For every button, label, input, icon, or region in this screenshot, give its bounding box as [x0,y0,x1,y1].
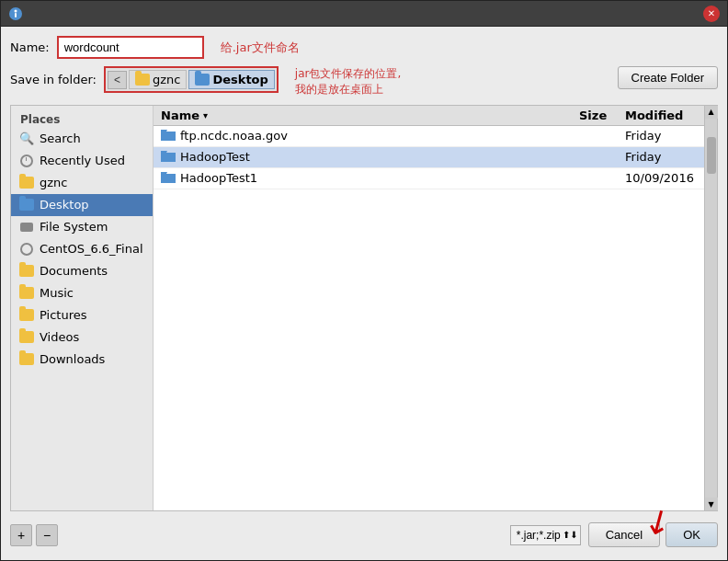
file-system-icon [18,219,35,235]
file-name-cell: HadoopTest [154,150,575,165]
sidebar-item-pictures[interactable]: Pictures [11,304,153,326]
file-folder-icon [161,171,176,186]
file-folder-icon [161,150,176,165]
name-sort-icon: ▾ [203,110,208,120]
gznc-icon [18,175,35,191]
sidebar-downloads-label: Downloads [40,352,105,366]
save-annotation: jar包文件保存的位置, 我的是放在桌面上 [295,66,401,97]
sidebar-item-search[interactable]: 🔍 Search [11,128,153,150]
bottom-left-actions: + − [10,524,58,546]
downloads-icon [18,351,35,368]
breadcrumb-gznc-label: gznc [153,73,180,86]
breadcrumb-gznc[interactable]: gznc [129,70,187,89]
sidebar-item-file-system[interactable]: File System [11,216,153,238]
ok-button[interactable]: OK [665,522,718,547]
file-list: Name ▾ Size Modified [154,106,704,510]
scroll-up-arrow[interactable]: ▲ [705,106,718,119]
sidebar-item-recently-used[interactable]: Recently Used [11,150,153,172]
filter-wrapper: *.jar;*.zip ⬆⬇ [510,525,581,545]
file-name-cell: ftp.ncdc.noaa.gov [154,129,575,143]
create-folder-button[interactable]: Create Folder [618,66,718,89]
sidebar-item-videos[interactable]: Videos [11,326,153,349]
filter-select[interactable]: *.jar;*.zip [510,525,581,545]
scroll-down-arrow[interactable]: ▼ [705,498,718,510]
sidebar-recently-used-label: Recently Used [40,154,125,167]
documents-icon [18,263,35,280]
table-row[interactable]: HadoopTest Friday [154,147,704,168]
file-folder-icon [161,129,176,143]
gznc-folder-icon [135,74,150,86]
column-modified[interactable]: Modified [621,109,704,122]
file-list-header: Name ▾ Size Modified [154,106,704,126]
sidebar-gznc-label: gznc [40,176,67,189]
action-buttons: Cancel OK [588,522,718,547]
sidebar-videos-label: Videos [40,330,79,344]
column-size[interactable]: Size [575,109,621,122]
svg-rect-2 [15,13,17,17]
breadcrumb-desktop-label: Desktop [212,73,267,86]
save-dialog: ✕ Name: 给.jar文件命名 Save in folder: < gznc [0,0,728,561]
title-icon [8,6,23,21]
sidebar-item-centos[interactable]: CentOS_6.6_Final [11,238,153,260]
videos-icon [18,329,35,346]
column-name[interactable]: Name ▾ [154,109,575,122]
title-bar: ✕ [1,1,727,27]
close-button[interactable]: ✕ [703,6,720,22]
breadcrumb-desktop[interactable]: Desktop [188,70,274,89]
table-row[interactable]: ftp.ncdc.noaa.gov Friday [154,126,704,147]
name-annotation: 给.jar文件命名 [221,40,300,56]
sidebar-section-label: Places [11,109,153,128]
sidebar-pictures-label: Pictures [40,308,86,322]
bottom-area: + − *.jar;*.zip ⬆⬇ Cancel OK [10,519,718,551]
save-label: Save in folder: [10,73,97,86]
add-location-button[interactable]: + [10,524,32,546]
sidebar-item-downloads[interactable]: Downloads [11,349,153,371]
recently-used-icon [18,153,35,169]
main-area: Places 🔍 Search Recently Used gznc [10,105,718,511]
svg-point-1 [15,9,17,12]
search-icon: 🔍 [18,131,35,147]
sidebar-item-documents[interactable]: Documents [11,260,153,282]
name-row: Name: 给.jar文件命名 [10,36,718,59]
sidebar-centos-label: CentOS_6.6_Final [40,242,143,256]
dialog-body: Name: 给.jar文件命名 Save in folder: < gznc D… [1,27,727,560]
centos-icon [18,241,35,258]
sidebar: Places 🔍 Search Recently Used gznc [11,106,154,510]
cancel-button[interactable]: Cancel [588,522,660,547]
file-modified-cell: 10/09/2016 [621,171,704,185]
file-modified-cell: Friday [621,129,704,143]
sidebar-music-label: Music [40,286,74,300]
bottom-toolbar: + − *.jar;*.zip ⬆⬇ Cancel OK [10,519,718,551]
sidebar-desktop-label: Desktop [40,198,89,212]
sidebar-item-gznc[interactable]: gznc [11,172,153,194]
remove-location-button[interactable]: − [36,524,58,546]
file-name-cell: HadoopTest1 [154,171,575,186]
name-label: Name: [10,40,50,54]
bottom-right-actions: *.jar;*.zip ⬆⬇ Cancel OK [510,522,718,547]
sidebar-search-label: Search [40,132,81,145]
pictures-icon [18,307,35,324]
breadcrumb-back-button[interactable]: < [108,71,127,89]
scrollbar-thumb[interactable] [707,137,716,174]
sidebar-item-desktop[interactable]: Desktop [11,194,153,216]
music-icon [18,285,35,302]
table-row[interactable]: HadoopTest1 10/09/2016 [154,168,704,189]
scrollbar[interactable]: ▲ ▼ [704,106,717,510]
filename-input[interactable] [57,36,204,59]
sidebar-documents-label: Documents [40,264,108,278]
breadcrumb-bar: < gznc Desktop [104,66,279,93]
file-modified-cell: Friday [621,150,704,164]
sidebar-item-music[interactable]: Music [11,282,153,304]
desktop-icon [18,197,35,213]
sidebar-file-system-label: File System [40,220,108,234]
desktop-folder-icon [195,74,210,86]
